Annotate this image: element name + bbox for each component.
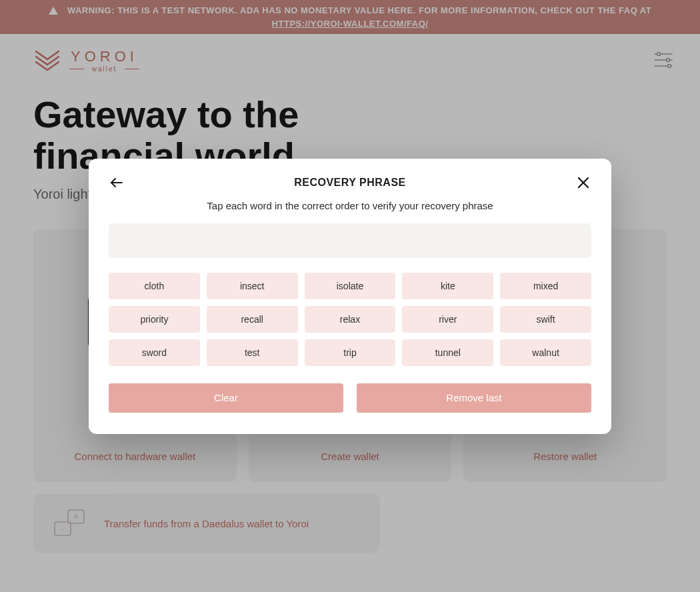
word-chip[interactable]: tunnel [402, 339, 493, 366]
clear-button[interactable]: Clear [109, 383, 343, 413]
word-chip[interactable]: trip [305, 339, 396, 366]
word-chip[interactable]: mixed [500, 273, 591, 299]
word-chip[interactable]: insect [207, 273, 298, 299]
word-chip[interactable]: test [207, 339, 298, 366]
word-chip[interactable]: walnut [500, 339, 591, 366]
word-chip[interactable]: priority [109, 306, 200, 333]
back-button[interactable] [109, 175, 125, 191]
modal-overlay: RECOVERY PHRASE Tap each word in the cor… [0, 0, 700, 592]
word-chip[interactable]: cloth [109, 273, 200, 299]
recovery-phrase-modal: RECOVERY PHRASE Tap each word in the cor… [89, 159, 611, 434]
close-button[interactable] [575, 175, 591, 191]
word-chip[interactable]: river [402, 306, 493, 333]
modal-subtitle: Tap each word in the correct order to ve… [109, 200, 591, 211]
selected-phrase-area [109, 223, 591, 258]
remove-last-button[interactable]: Remove last [357, 383, 591, 413]
word-chip[interactable]: sword [109, 339, 200, 366]
modal-title: RECOVERY PHRASE [125, 177, 575, 189]
word-chip[interactable]: relax [305, 306, 396, 333]
word-chip-grid: cloth insect isolate kite mixed priority… [109, 273, 591, 366]
word-chip[interactable]: swift [500, 306, 591, 333]
word-chip[interactable]: isolate [305, 273, 396, 299]
word-chip[interactable]: recall [207, 306, 298, 333]
word-chip[interactable]: kite [402, 273, 493, 299]
